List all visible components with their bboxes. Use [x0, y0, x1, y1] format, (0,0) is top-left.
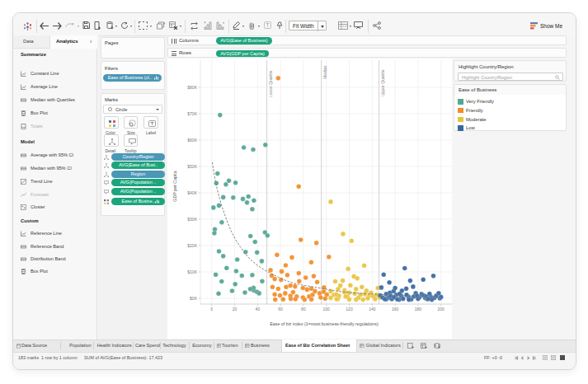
svg-text:120: 120: [346, 307, 353, 311]
svg-text:Ease of biz index (1=most busi: Ease of biz index (1=most business-frien…: [270, 321, 379, 326]
svg-text:80: 80: [301, 307, 306, 311]
svg-text:$70K: $70K: [187, 111, 197, 116]
svg-text:$20K: $20K: [187, 243, 197, 248]
svg-text:20: 20: [233, 307, 238, 311]
svg-text:0: 0: [210, 307, 213, 311]
svg-text:$10K: $10K: [187, 269, 197, 274]
svg-text:Upper Quartile: Upper Quartile: [380, 69, 385, 96]
svg-text:60: 60: [278, 307, 283, 311]
svg-text:180: 180: [415, 307, 422, 311]
svg-text:40: 40: [256, 307, 261, 311]
svg-text:100: 100: [323, 307, 331, 311]
svg-text:$30K: $30K: [187, 217, 197, 222]
svg-text:140: 140: [369, 307, 376, 311]
svg-text:$80K: $80K: [187, 85, 197, 90]
svg-text:$40K: $40K: [187, 190, 197, 195]
svg-text:200: 200: [438, 307, 445, 311]
svg-text:Lower Quartile: Lower Quartile: [268, 70, 273, 97]
svg-text:160: 160: [392, 307, 399, 311]
svg-text:$50K: $50K: [187, 164, 197, 169]
svg-text:GDP per Capita: GDP per Capita: [172, 171, 177, 201]
svg-text:$60K: $60K: [187, 138, 197, 143]
svg-text:$0K: $0K: [190, 296, 198, 301]
svg-text:Median: Median: [322, 65, 327, 79]
